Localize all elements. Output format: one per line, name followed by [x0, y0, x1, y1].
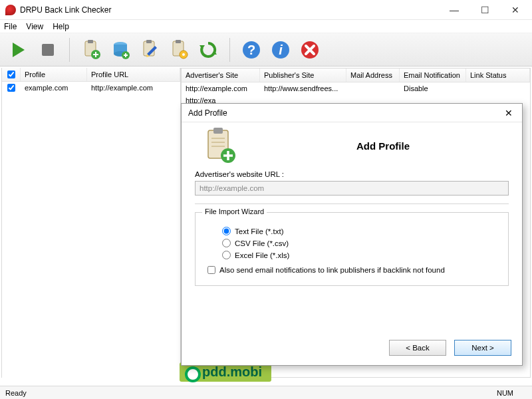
profile-row[interactable]: example.com http://example.com: [2, 82, 180, 94]
close-button[interactable]: ✕: [500, 0, 531, 19]
settings-profile-button[interactable]: [166, 37, 192, 63]
delete-button[interactable]: [297, 37, 323, 63]
col-link-status[interactable]: Link Status: [466, 68, 530, 82]
url-label: Advertiser's website URL :: [195, 170, 509, 178]
status-num: NUM: [497, 389, 513, 397]
window-title: DRPU Back Link Checker: [20, 5, 439, 15]
add-profile-dialog: Add Profile ✕ Add Profile Advertiser's w…: [181, 103, 523, 366]
col-publisher[interactable]: Publisher's Site: [260, 68, 346, 82]
svg-marker-0: [13, 43, 25, 57]
help-button[interactable]: ?: [238, 37, 265, 63]
database-button[interactable]: [107, 37, 134, 63]
info-button[interactable]: i: [267, 37, 294, 63]
svg-rect-1: [42, 44, 54, 56]
refresh-button[interactable]: [195, 37, 221, 63]
svg-point-14: [182, 53, 185, 56]
status-ready: Ready: [5, 389, 27, 397]
edit-profile-button[interactable]: [136, 37, 163, 63]
dialog-heading: Add Profile: [257, 140, 509, 152]
back-button[interactable]: < Back: [389, 340, 446, 356]
svg-rect-10: [146, 40, 152, 43]
minimize-button[interactable]: —: [439, 0, 469, 19]
dialog-close-button[interactable]: ✕: [499, 108, 518, 118]
col-checkbox[interactable]: [2, 68, 21, 81]
stop-button[interactable]: [35, 37, 61, 63]
menu-file[interactable]: File: [4, 22, 17, 31]
add-profile-button[interactable]: [78, 37, 104, 63]
advertiser-url-input[interactable]: [195, 181, 509, 196]
svg-rect-23: [213, 128, 223, 134]
col-advertiser[interactable]: Advertiser's Site: [182, 68, 260, 82]
svg-rect-12: [176, 40, 181, 43]
col-profile[interactable]: Profile: [21, 68, 87, 81]
svg-text:i: i: [279, 43, 283, 57]
radio-csv[interactable]: CSV File (*.csv): [222, 239, 493, 247]
svg-rect-3: [88, 40, 93, 43]
clipboard-add-icon: [201, 128, 237, 164]
row-checkbox[interactable]: [7, 84, 15, 92]
profile-list-pane: Profile Profile URL example.com http://e…: [1, 68, 181, 378]
next-button[interactable]: Next >: [454, 340, 511, 356]
maximize-button[interactable]: ☐: [469, 0, 500, 19]
col-mail[interactable]: Mail Address: [346, 68, 400, 82]
svg-marker-15: [200, 45, 205, 49]
app-icon: [5, 5, 16, 15]
play-button[interactable]: [5, 37, 32, 63]
checkbox-notify[interactable]: Also send email notifications to link pu…: [207, 266, 493, 274]
col-email-notif[interactable]: Email Notification: [400, 68, 466, 82]
svg-text:?: ?: [247, 43, 255, 57]
menu-help[interactable]: Help: [53, 22, 69, 31]
radio-xls[interactable]: Excel File (*.xls): [222, 251, 493, 259]
col-profile-url[interactable]: Profile URL: [87, 68, 180, 81]
menu-view[interactable]: View: [26, 22, 43, 31]
file-import-legend: File Import Wizard: [202, 207, 267, 215]
dialog-title: Add Profile: [188, 108, 227, 118]
radio-txt[interactable]: Text File (*.txt): [222, 227, 493, 235]
result-row[interactable]: http://example.comhttp://www.sendfrees..…: [182, 82, 530, 94]
